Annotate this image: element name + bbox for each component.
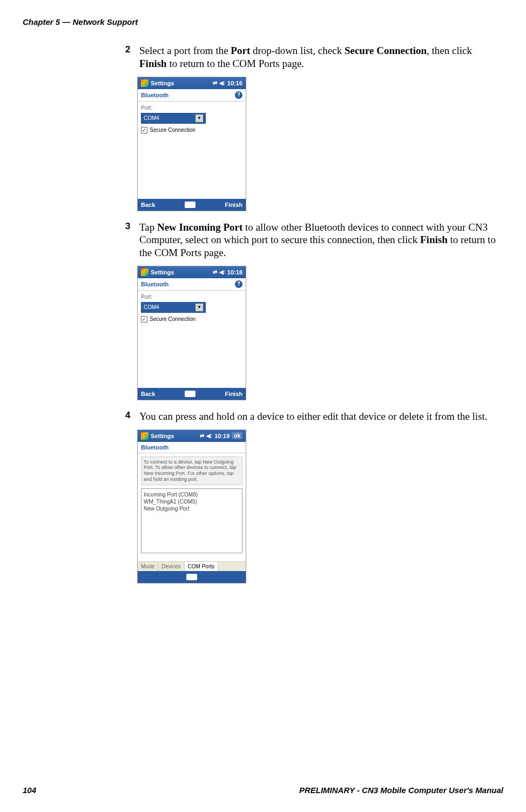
screen-body: To connect to a device, tap New Outgoing…: [138, 453, 246, 561]
port-label: Port:: [141, 105, 242, 111]
help-icon[interactable]: ?: [235, 280, 242, 288]
page-footer: 104 PRELIMINARY - CN3 Mobile Computer Us…: [23, 786, 503, 795]
bold-term: Finish: [420, 234, 448, 245]
tab-mode[interactable]: Mode: [138, 562, 158, 571]
clock: 10:18: [227, 269, 242, 276]
header-text: Bluetooth: [141, 444, 168, 451]
title-right: ⇄ ◀: 10:16: [213, 80, 242, 86]
bottom-bar: [138, 571, 246, 583]
bold-term: Secure Connection: [345, 45, 427, 56]
dropdown-value: COM4: [144, 304, 159, 310]
bold-term: New Incoming Port: [157, 222, 242, 233]
finish-button[interactable]: Finish: [225, 202, 242, 208]
keyboard-icon[interactable]: [185, 202, 195, 208]
port-dropdown[interactable]: COM4 ▼: [141, 113, 206, 124]
bluetooth-header: Bluetooth: [138, 442, 246, 453]
secure-connection-row: ✓ Secure Connection: [141, 316, 242, 323]
title-bar: Settings ⇄ ◀: 10:18: [138, 266, 246, 278]
sync-icon: ⇄: [213, 269, 217, 275]
step-number: 4: [125, 410, 137, 421]
title-right: ⇄ ◀: 10:18: [213, 269, 242, 276]
back-button[interactable]: Back: [141, 202, 155, 208]
dropdown-value: COM4: [144, 115, 159, 121]
sound-icon: ◀:: [206, 433, 212, 439]
finish-button[interactable]: Finish: [225, 391, 242, 397]
clock: 10:16: [227, 80, 242, 86]
screenshot-2: Settings ⇄ ◀: 10:18 Bluetooth ? Port: CO…: [137, 266, 246, 400]
step-3: 3 Tap New Incoming Port to allow other B…: [125, 221, 504, 259]
keyboard-icon[interactable]: [186, 574, 197, 580]
text: drop-down list, check: [250, 45, 345, 56]
title-left: Settings: [141, 432, 174, 440]
secure-connection-checkbox[interactable]: ✓: [141, 127, 147, 133]
title-right: ⇄ ◀: 10:19 ok: [200, 432, 242, 439]
tab-bar: Mode Devices COM Ports: [138, 561, 246, 571]
step-text: Tap New Incoming Port to allow other Blu…: [139, 221, 501, 259]
back-button[interactable]: Back: [141, 391, 155, 397]
step-number: 2: [125, 44, 137, 55]
tab-devices[interactable]: Devices: [158, 562, 185, 571]
keyboard-icon[interactable]: [185, 391, 195, 397]
window-title: Settings: [151, 433, 174, 439]
info-text: To connect to a device, tap New Outgoing…: [141, 457, 242, 485]
step-number: 3: [125, 221, 137, 232]
text: to return to the COM Ports page.: [167, 58, 304, 69]
title-bar: Settings ⇄ ◀: 10:19 ok: [138, 430, 246, 442]
step-text: Select a port from the Port drop-down li…: [139, 44, 501, 70]
bottom-bar: Back Finish: [138, 199, 246, 211]
bold-term: Port: [231, 45, 250, 56]
text: You can press and hold on a device to ei…: [139, 411, 487, 422]
text: Select a port from the: [139, 45, 231, 56]
sound-icon: ◀:: [219, 80, 225, 86]
clock: 10:19: [214, 433, 230, 439]
help-icon[interactable]: ?: [235, 91, 242, 99]
port-dropdown[interactable]: COM4 ▼: [141, 302, 206, 313]
header-text: Bluetooth: [141, 281, 168, 287]
title-left: Settings: [141, 269, 174, 276]
secure-connection-row: ✓ Secure Connection: [141, 127, 242, 133]
footer-title: PRELIMINARY - CN3 Mobile Computer User's…: [299, 786, 503, 795]
text: , then click: [427, 45, 472, 56]
chevron-down-icon[interactable]: ▼: [195, 304, 203, 311]
checkbox-label: Secure Connection: [150, 127, 195, 133]
bluetooth-header: Bluetooth ?: [138, 89, 246, 102]
screenshot-1: Settings ⇄ ◀: 10:16 Bluetooth ? Port: CO…: [137, 77, 246, 211]
checkbox-label: Secure Connection: [150, 316, 195, 322]
chevron-down-icon[interactable]: ▼: [195, 115, 203, 122]
screen-body: Port: COM4 ▼ ✓ Secure Connection: [138, 102, 246, 199]
title-left: Settings: [141, 79, 174, 87]
port-label: Port:: [141, 294, 242, 300]
start-icon[interactable]: [141, 79, 149, 87]
page-number: 104: [23, 786, 36, 795]
step-4: 4 You can press and hold on a device to …: [125, 410, 504, 423]
window-title: Settings: [151, 269, 174, 276]
sound-icon: ◀:: [219, 269, 225, 275]
list-item[interactable]: New Outgoing Port: [144, 505, 240, 512]
title-bar: Settings ⇄ ◀: 10:16: [138, 77, 246, 89]
content-area: 2 Select a port from the Port drop-down …: [125, 44, 504, 593]
screenshot-3: Settings ⇄ ◀: 10:19 ok Bluetooth To conn…: [137, 430, 246, 583]
list-item[interactable]: WM_ThingA1 (COM5): [144, 498, 240, 505]
port-list: Incoming Port (COM8) WM_ThingA1 (COM5) N…: [141, 488, 242, 553]
start-icon[interactable]: [141, 269, 149, 276]
tab-com-ports[interactable]: COM Ports: [185, 562, 218, 571]
window-title: Settings: [151, 80, 174, 86]
screen-body: Port: COM4 ▼ ✓ Secure Connection: [138, 291, 246, 388]
list-item[interactable]: Incoming Port (COM8): [144, 491, 240, 498]
ok-button[interactable]: ok: [232, 432, 242, 439]
text: Tap: [139, 222, 157, 233]
sync-icon: ⇄: [213, 80, 217, 86]
step-text: You can press and hold on a device to ei…: [139, 410, 501, 423]
secure-connection-checkbox[interactable]: ✓: [141, 316, 147, 323]
step-2: 2 Select a port from the Port drop-down …: [125, 44, 504, 70]
bluetooth-header: Bluetooth ?: [138, 278, 246, 291]
header-text: Bluetooth: [141, 92, 168, 98]
bold-term: Finish: [139, 58, 167, 69]
start-icon[interactable]: [141, 432, 149, 440]
bottom-bar: Back Finish: [138, 388, 246, 400]
chapter-header: Chapter 5 — Network Support: [23, 17, 138, 26]
sync-icon: ⇄: [200, 433, 204, 439]
